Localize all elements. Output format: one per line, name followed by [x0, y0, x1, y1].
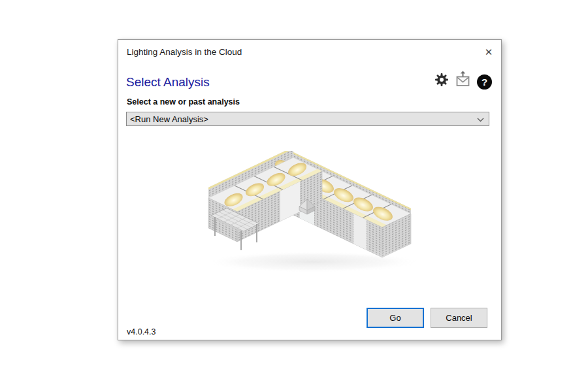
dialog-toolbar: ?	[433, 72, 493, 90]
close-icon[interactable]: ✕	[481, 45, 497, 59]
dropdown-label: Select a new or past analysis	[127, 97, 240, 106]
chevron-down-icon	[477, 113, 484, 125]
lighting-analysis-dialog: Lighting Analysis in the Cloud ✕ Select …	[118, 39, 502, 340]
desktop-background: Lighting Analysis in the Cloud ✕ Select …	[0, 0, 588, 392]
settings-button[interactable]	[433, 72, 449, 90]
envelope-upload-icon	[455, 70, 471, 90]
building-lighting-render	[202, 151, 421, 276]
help-circle-icon: ?	[477, 74, 492, 90]
analysis-dropdown[interactable]: <Run New Analysis>	[126, 112, 489, 126]
page-title: Select Analysis	[126, 75, 210, 90]
gear-icon	[434, 72, 449, 90]
go-button[interactable]: Go	[367, 308, 424, 328]
version-label: v4.0.4.3	[127, 327, 155, 336]
analysis-dropdown-value: <Run New Analysis>	[130, 114, 208, 124]
submit-analysis-button[interactable]	[455, 72, 471, 90]
cancel-button[interactable]: Cancel	[431, 308, 487, 328]
help-button[interactable]: ?	[476, 72, 493, 90]
window-title: Lighting Analysis in the Cloud	[127, 47, 242, 57]
